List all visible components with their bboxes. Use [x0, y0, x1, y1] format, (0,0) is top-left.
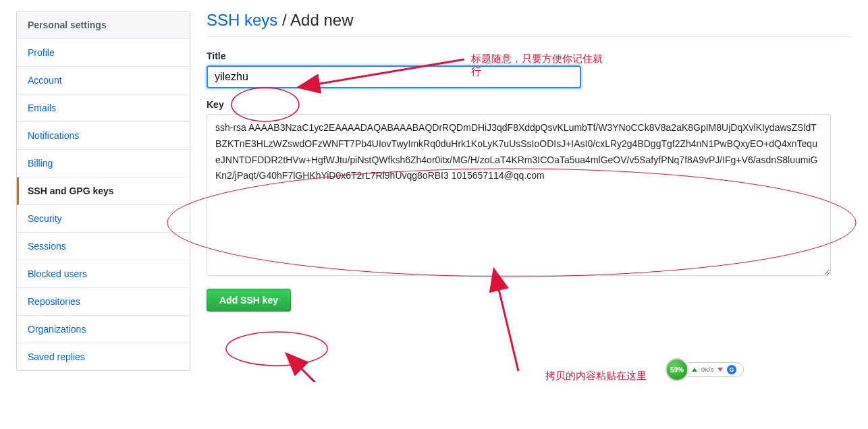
sidebar-item-profile[interactable]: Profile	[17, 39, 190, 67]
sidebar-item-notifications[interactable]: Notifications	[17, 122, 190, 150]
speed-pill: 0K/s G	[682, 362, 744, 377]
sidebar-item-security[interactable]: Security	[17, 205, 190, 233]
up-arrow-icon	[692, 368, 697, 372]
key-textarea[interactable]	[207, 114, 831, 276]
breadcrumb-link[interactable]: SSH keys	[207, 11, 277, 29]
down-arrow-icon	[717, 368, 723, 372]
breadcrumb-current: Add new	[290, 11, 353, 29]
sidebar-item-sessions[interactable]: Sessions	[17, 233, 190, 260]
sidebar-item-billing[interactable]: Billing	[17, 150, 190, 177]
sidebar-item-account[interactable]: Account	[17, 67, 190, 94]
sidebar-item-saved-replies[interactable]: Saved replies	[17, 343, 190, 370]
add-ssh-key-button[interactable]: Add SSH key	[207, 289, 291, 312]
sidebar-item-ssh-gpg[interactable]: SSH and GPG keys	[17, 177, 190, 205]
percent-badge: 59%	[666, 358, 688, 381]
title-label: Title	[207, 51, 852, 61]
net-speed-widget: 59% 0K/s G	[666, 360, 747, 379]
title-input[interactable]	[207, 65, 581, 88]
settings-sidebar: Personal settings Profile Account Emails…	[16, 11, 190, 371]
sidebar-item-emails[interactable]: Emails	[17, 94, 190, 122]
sidebar-item-organizations[interactable]: Organizations	[17, 316, 190, 343]
page-title: SSH keys / Add new	[207, 11, 852, 37]
key-label: Key	[207, 99, 852, 110]
up-speed: 0K/s	[701, 366, 713, 373]
globe-icon: G	[727, 365, 736, 374]
breadcrumb-sep: /	[277, 11, 290, 29]
main-content: SSH keys / Add new Title Key Add SSH key	[207, 11, 852, 371]
sidebar-header: Personal settings	[17, 11, 190, 39]
sidebar-item-repositories[interactable]: Repositories	[17, 288, 190, 316]
sidebar-item-blocked[interactable]: Blocked users	[17, 260, 190, 288]
